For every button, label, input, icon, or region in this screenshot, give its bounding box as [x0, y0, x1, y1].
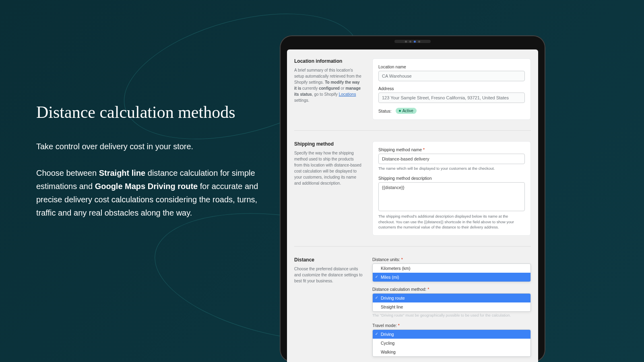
- distance-units-option-km[interactable]: Kilometers (km): [373, 264, 530, 273]
- required-asterisk-icon: *: [427, 287, 429, 292]
- travel-mode-option-driving[interactable]: Driving: [373, 330, 530, 339]
- hero-subtitle: Take control over delivery cost in your …: [36, 142, 262, 151]
- section-desc-shipping: Specify the way how the shipping method …: [294, 150, 363, 186]
- shipping-desc-label: Shipping method description: [378, 176, 525, 181]
- hero-body: Choose between Straight line distance ca…: [36, 167, 262, 220]
- location-name-label: Location name: [378, 64, 525, 69]
- calc-method-option-straight[interactable]: Straight line: [373, 302, 530, 311]
- required-asterisk-icon: *: [401, 257, 403, 262]
- section-title-location: Location information: [294, 58, 363, 64]
- required-asterisk-icon: *: [423, 147, 425, 152]
- section-desc-distance: Choose the preferred distance units and …: [294, 266, 363, 284]
- section-title-distance: Distance: [294, 257, 363, 263]
- hero-title: Distance calculation methods: [36, 103, 262, 122]
- tablet-frame: Location information A brief summary of …: [280, 35, 545, 362]
- distance-units-label: Distance units: *: [372, 257, 531, 262]
- distance-units-dropdown[interactable]: Kilometers (km) Miles (mi): [372, 263, 531, 282]
- shipping-desc-help: The shipping method's additional descrip…: [378, 214, 525, 230]
- calc-method-label: Distance calculation method: *: [372, 287, 531, 292]
- shipping-name-input[interactable]: [378, 154, 525, 164]
- travel-mode-label: Travel mode: *: [372, 323, 531, 328]
- travel-mode-dropdown[interactable]: Driving Cycling Walking: [372, 329, 531, 357]
- text-bold: Google Maps Driving route: [95, 182, 198, 191]
- required-asterisk-icon: *: [398, 323, 400, 328]
- section-desc-location: A brief summary of this location's setup…: [294, 67, 363, 103]
- locations-link[interactable]: Locations: [339, 92, 356, 97]
- calc-method-help: The "Driving route" must be geographical…: [372, 313, 531, 318]
- text-bold: Straight line: [99, 169, 146, 177]
- location-name-input[interactable]: [378, 71, 525, 81]
- address-input[interactable]: [378, 93, 525, 103]
- status-badge: Active: [396, 108, 417, 114]
- address-label: Address: [378, 86, 525, 91]
- status-label: Status:: [378, 109, 392, 113]
- travel-mode-option-cycling[interactable]: Cycling: [373, 339, 530, 348]
- shipping-desc-textarea[interactable]: {{distance}}: [378, 182, 525, 211]
- calc-method-dropdown[interactable]: Driving route Straight line: [372, 293, 531, 312]
- status-dot-icon: [399, 110, 401, 112]
- distance-units-option-mi[interactable]: Miles (mi): [373, 273, 530, 282]
- travel-mode-option-walking[interactable]: Walking: [373, 348, 530, 356]
- text: Choose between: [36, 169, 99, 177]
- section-title-shipping: Shipping method: [294, 141, 363, 147]
- tablet-notch: [394, 40, 431, 43]
- calc-method-option-driving[interactable]: Driving route: [373, 294, 530, 302]
- tablet-screen: Location information A brief summary of …: [287, 49, 538, 362]
- shipping-name-help: The name which will be displayed to your…: [378, 166, 525, 171]
- shipping-name-label: Shipping method name *: [378, 147, 525, 152]
